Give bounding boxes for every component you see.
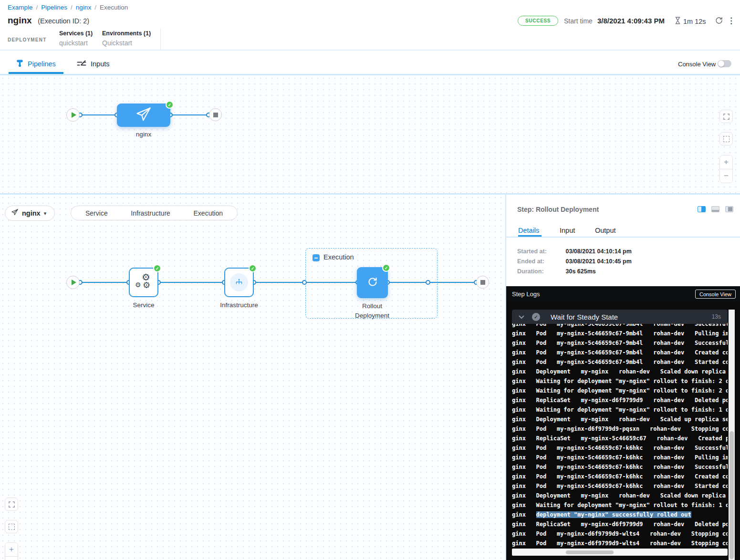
step-node-service[interactable]: ⚙ ⚙ ⚙: [129, 268, 158, 297]
tab-pipelines[interactable]: Pipelines: [28, 60, 56, 68]
connector-port: [426, 280, 430, 285]
fit-to-screen-button[interactable]: [719, 110, 733, 123]
header-divider: [160, 29, 161, 50]
stage-tab-infrastructure[interactable]: Infrastructure: [131, 209, 170, 217]
pipeline-node-label: nginx: [117, 131, 170, 138]
log-line: ginx deployment "my-nginx" successfully …: [512, 510, 728, 519]
tab-input[interactable]: Input: [560, 227, 575, 234]
log-line: ginx Pod my-nginx-5c46659c67-k6hkc rohan…: [512, 472, 728, 481]
log-line: ginx Deployment my-nginx rohan-dev Scale…: [512, 415, 728, 424]
pipeline-node-nginx[interactable]: [117, 104, 170, 127]
success-check-badge: ✓: [166, 101, 174, 109]
breadcrumb-example[interactable]: Example: [8, 4, 33, 11]
detail-row-started: Started at: 03/08/2021 04:10:14 pm: [517, 248, 632, 255]
log-line: ginx Waiting for deployment "my-nginx" r…: [512, 376, 728, 386]
toggle-knob: [718, 61, 724, 67]
log-line: ginx Pod my-nginx-d6f9799d9-pqsxn rohan-…: [512, 424, 728, 434]
log-line: ginx Pod my-nginx-5c46659c67-9mb4l rohan…: [512, 357, 728, 367]
layout-split-right-button[interactable]: [698, 206, 706, 212]
check-circle-icon: ✓: [532, 313, 540, 321]
chevron-down-icon: [519, 312, 524, 321]
pipeline-end-node: [209, 108, 222, 121]
panel-tab-line: [506, 237, 740, 238]
play-icon: [72, 280, 76, 285]
log-section-duration: 13s: [712, 313, 721, 320]
refresh-button[interactable]: [715, 16, 723, 26]
tab-output[interactable]: Output: [595, 227, 616, 234]
deployment-type-label: DEPLOYMENT: [8, 37, 46, 42]
detail-row-duration: Duration: 30s 625ms: [517, 268, 596, 275]
breadcrumb-pipelines[interactable]: Pipelines: [41, 4, 67, 11]
stage-tabs: Service Infrastructure Execution: [71, 206, 238, 220]
log-line: ginx Pod my-nginx-5c46659c67-k6hkc rohan…: [512, 462, 728, 472]
breadcrumb-separator: /: [71, 4, 73, 11]
vertical-scrollbar[interactable]: [729, 310, 735, 560]
stage-tab-execution[interactable]: Execution: [194, 209, 223, 217]
ended-at-value: 03/08/2021 04:10:45 pm: [565, 258, 631, 265]
start-time-value: 3/8/2021 4:09:43 PM: [597, 17, 665, 25]
fit-to-screen-button[interactable]: [5, 498, 18, 511]
log-section-title: Wait for Steady State: [551, 313, 618, 321]
breadcrumb-nginx[interactable]: nginx: [76, 4, 91, 11]
console-view-toggle[interactable]: [718, 60, 731, 67]
environments-value[interactable]: Quickstart: [102, 39, 151, 47]
marquee-select-button[interactable]: [719, 132, 733, 145]
scrollbar-thumb[interactable]: [730, 431, 734, 559]
tab-details[interactable]: Details: [518, 227, 539, 234]
refresh-icon: [715, 19, 723, 26]
rollout-icon: [367, 276, 378, 290]
breadcrumb-separator: /: [36, 4, 38, 11]
status-badge: SUCCESS: [518, 16, 558, 26]
console-view-button[interactable]: Console View: [695, 290, 736, 299]
marquee-select-button[interactable]: [5, 520, 18, 533]
zoom-in-button[interactable]: +: [720, 156, 732, 169]
stage-selector[interactable]: nginx ▾: [5, 206, 55, 221]
log-section-header[interactable]: ✓ Wait for Steady State 13s: [512, 310, 728, 324]
ended-at-label: Ended at:: [517, 258, 564, 265]
more-options-button[interactable]: ⋮: [727, 16, 735, 26]
services-block: Services (1) quickstart: [59, 30, 93, 47]
collapse-group-button[interactable]: [313, 254, 320, 261]
step-node-rollout-deployment[interactable]: [357, 267, 388, 298]
paper-plane-icon: [135, 106, 152, 125]
rollout-node-label: Rollout Deployment: [344, 301, 401, 321]
stage-tab-service[interactable]: Service: [85, 209, 108, 217]
panel-divider: [505, 195, 506, 560]
log-line: ginx Pod my-nginx-5c46659c67-k6hkc rohan…: [512, 481, 728, 491]
layout-icon-fill: [728, 207, 732, 211]
services-value[interactable]: quickstart: [59, 39, 93, 47]
scrollbar-thumb[interactable]: [566, 550, 614, 554]
log-console[interactable]: ✓ Wait for Steady State 13s ginx Pod my-…: [506, 302, 740, 560]
success-check-badge: ✓: [382, 264, 390, 272]
rollout-label-line2: Deployment: [344, 311, 401, 321]
infrastructure-node-label: Infrastructure: [205, 301, 273, 309]
tab-inputs[interactable]: Inputs: [91, 60, 110, 68]
log-line: ginx Pod my-nginx-5c46659c67-9mb4l rohan…: [512, 338, 728, 348]
gear-icon: ⚙: [143, 280, 150, 290]
gear-icon: ⚙: [135, 281, 141, 289]
zoom-in-button[interactable]: +: [5, 543, 18, 556]
log-line: ginx Waiting for deployment "my-nginx" r…: [512, 386, 728, 395]
zoom-out-button[interactable]: −: [720, 169, 732, 183]
page-title: nginx: [8, 15, 32, 25]
layout-bottom-button[interactable]: [711, 206, 719, 212]
zoom-controls: + −: [719, 155, 733, 183]
layout-icon-fill: [701, 207, 705, 212]
zoom-out-button[interactable]: −: [5, 557, 18, 560]
stage-canvas[interactable]: nginx ▾ Service Infrastructure Execution…: [0, 195, 505, 560]
step-node-infrastructure[interactable]: [224, 268, 254, 297]
layout-right-button[interactable]: [725, 206, 733, 212]
minus-icon: [314, 258, 318, 259]
step-details-panel: Step: Rollout Deployment Details Input O…: [506, 195, 740, 560]
pipelines-tab-icon: [16, 59, 24, 69]
stop-icon: [480, 280, 485, 285]
rollout-label-line1: Rollout: [344, 301, 401, 311]
environments-label: Environments (1): [102, 30, 151, 37]
log-line: ginx Deployment my-nginx rohan-dev Scale…: [512, 491, 728, 500]
log-line: ginx Pod my-nginx-5c46659c67-k6hkc rohan…: [512, 443, 728, 453]
header-separator: [0, 50, 740, 51]
pipeline-canvas[interactable]: ✓ nginx + −: [0, 75, 740, 193]
inputs-tab-icon: [77, 60, 86, 69]
console-view-label: Console View: [678, 61, 716, 68]
horizontal-scrollbar[interactable]: [512, 549, 728, 556]
